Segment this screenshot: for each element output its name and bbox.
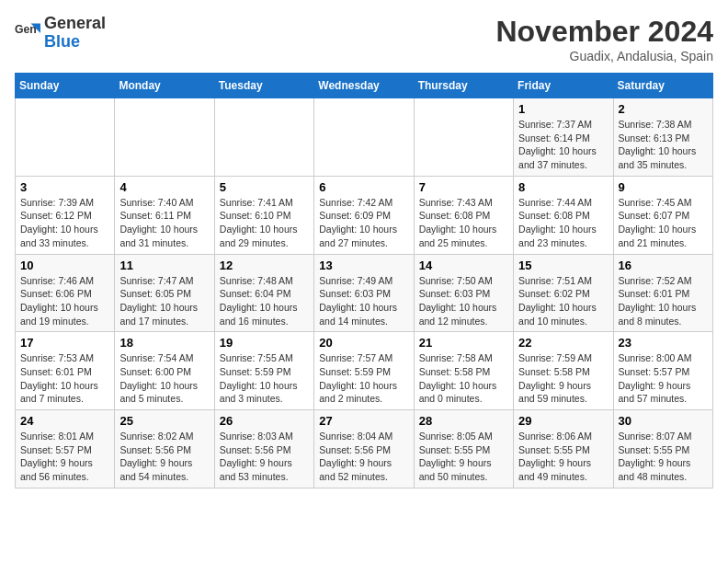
calendar-cell: 22Sunrise: 7:59 AM Sunset: 5:58 PM Dayli… (514, 332, 613, 410)
logo: Gen General Blue (15, 15, 106, 52)
calendar-cell: 15Sunrise: 7:51 AM Sunset: 6:02 PM Dayli… (514, 254, 613, 332)
calendar-cell: 25Sunrise: 8:02 AM Sunset: 5:56 PM Dayli… (115, 410, 214, 488)
day-info: Sunrise: 7:45 AM Sunset: 6:07 PM Dayligh… (619, 196, 708, 250)
calendar-cell: 27Sunrise: 8:04 AM Sunset: 5:56 PM Dayli… (314, 410, 414, 488)
weekday-header: Sunday (16, 74, 115, 98)
day-info: Sunrise: 7:53 AM Sunset: 6:01 PM Dayligh… (20, 351, 109, 406)
calendar-cell: 20Sunrise: 7:57 AM Sunset: 5:59 PM Dayli… (314, 332, 414, 410)
calendar-cell (314, 98, 414, 177)
location: Guadix, Andalusia, Spain (495, 49, 713, 63)
title-block: November 2024 Guadix, Andalusia, Spain (495, 15, 713, 63)
day-number: 11 (119, 259, 209, 272)
day-number: 19 (220, 336, 309, 350)
day-number: 8 (518, 180, 608, 194)
day-info: Sunrise: 7:37 AM Sunset: 6:14 PM Dayligh… (518, 118, 608, 172)
day-number: 9 (619, 180, 708, 194)
calendar-week-row: 1Sunrise: 7:37 AM Sunset: 6:14 PM Daylig… (16, 98, 713, 177)
calendar-cell: 1Sunrise: 7:37 AM Sunset: 6:14 PM Daylig… (514, 98, 613, 177)
calendar-cell: 6Sunrise: 7:42 AM Sunset: 6:09 PM Daylig… (314, 176, 414, 254)
calendar-cell (16, 98, 115, 177)
weekday-header-row: SundayMondayTuesdayWednesdayThursdayFrid… (16, 74, 713, 98)
day-info: Sunrise: 8:04 AM Sunset: 5:56 PM Dayligh… (319, 430, 408, 484)
calendar-week-row: 3Sunrise: 7:39 AM Sunset: 6:12 PM Daylig… (16, 176, 713, 254)
day-number: 6 (319, 180, 408, 194)
day-number: 7 (419, 180, 508, 194)
day-number: 20 (319, 336, 408, 350)
calendar-cell: 26Sunrise: 8:03 AM Sunset: 5:56 PM Dayli… (214, 410, 313, 488)
day-number: 30 (619, 414, 708, 428)
day-info: Sunrise: 7:44 AM Sunset: 6:08 PM Dayligh… (518, 196, 608, 250)
day-info: Sunrise: 8:01 AM Sunset: 5:57 PM Dayligh… (20, 430, 109, 484)
day-number: 22 (518, 336, 608, 350)
day-number: 24 (20, 414, 109, 428)
day-info: Sunrise: 7:49 AM Sunset: 6:03 PM Dayligh… (319, 274, 408, 328)
day-info: Sunrise: 8:07 AM Sunset: 5:55 PM Dayligh… (619, 430, 708, 484)
day-info: Sunrise: 7:51 AM Sunset: 6:02 PM Dayligh… (518, 274, 608, 328)
calendar-cell: 5Sunrise: 7:41 AM Sunset: 6:10 PM Daylig… (214, 176, 313, 254)
weekday-header: Friday (514, 74, 613, 98)
day-info: Sunrise: 7:39 AM Sunset: 6:12 PM Dayligh… (20, 196, 109, 250)
calendar-cell: 16Sunrise: 7:52 AM Sunset: 6:01 PM Dayli… (613, 254, 712, 332)
calendar-cell: 13Sunrise: 7:49 AM Sunset: 6:03 PM Dayli… (314, 254, 414, 332)
calendar-cell: 2Sunrise: 7:38 AM Sunset: 6:13 PM Daylig… (613, 98, 712, 177)
logo-line2: Blue (44, 33, 106, 52)
calendar-cell: 17Sunrise: 7:53 AM Sunset: 6:01 PM Dayli… (16, 332, 115, 410)
day-info: Sunrise: 7:42 AM Sunset: 6:09 PM Dayligh… (319, 196, 408, 250)
calendar-cell (115, 98, 214, 177)
day-info: Sunrise: 7:40 AM Sunset: 6:11 PM Dayligh… (119, 196, 209, 250)
day-number: 10 (20, 259, 109, 272)
calendar-cell: 28Sunrise: 8:05 AM Sunset: 5:55 PM Dayli… (414, 410, 513, 488)
day-info: Sunrise: 8:05 AM Sunset: 5:55 PM Dayligh… (419, 430, 508, 484)
calendar-cell: 23Sunrise: 8:00 AM Sunset: 5:57 PM Dayli… (613, 332, 712, 410)
calendar-cell: 18Sunrise: 7:54 AM Sunset: 6:00 PM Dayli… (115, 332, 214, 410)
day-number: 16 (619, 259, 708, 272)
logo-icon: Gen (15, 20, 40, 46)
calendar-cell: 29Sunrise: 8:06 AM Sunset: 5:55 PM Dayli… (514, 410, 613, 488)
day-number: 23 (619, 336, 708, 350)
calendar-cell: 8Sunrise: 7:44 AM Sunset: 6:08 PM Daylig… (514, 176, 613, 254)
calendar-week-row: 10Sunrise: 7:46 AM Sunset: 6:06 PM Dayli… (16, 254, 713, 332)
day-number: 26 (220, 414, 309, 428)
weekday-header: Thursday (414, 74, 513, 98)
calendar-week-row: 17Sunrise: 7:53 AM Sunset: 6:01 PM Dayli… (16, 332, 713, 410)
day-info: Sunrise: 7:55 AM Sunset: 5:59 PM Dayligh… (220, 351, 309, 406)
day-info: Sunrise: 8:00 AM Sunset: 5:57 PM Dayligh… (619, 351, 708, 406)
calendar-cell: 12Sunrise: 7:48 AM Sunset: 6:04 PM Dayli… (214, 254, 313, 332)
day-info: Sunrise: 8:02 AM Sunset: 5:56 PM Dayligh… (119, 430, 209, 484)
calendar-cell (214, 98, 313, 177)
calendar-cell: 9Sunrise: 7:45 AM Sunset: 6:07 PM Daylig… (613, 176, 712, 254)
day-number: 27 (319, 414, 408, 428)
day-info: Sunrise: 7:46 AM Sunset: 6:06 PM Dayligh… (20, 274, 109, 328)
day-number: 17 (20, 336, 109, 350)
day-number: 18 (119, 336, 209, 350)
weekday-header: Wednesday (314, 74, 414, 98)
day-number: 3 (20, 180, 109, 194)
logo-line1: General (44, 15, 106, 33)
calendar-cell: 4Sunrise: 7:40 AM Sunset: 6:11 PM Daylig… (115, 176, 214, 254)
day-info: Sunrise: 7:57 AM Sunset: 5:59 PM Dayligh… (319, 351, 408, 406)
calendar-cell: 11Sunrise: 7:47 AM Sunset: 6:05 PM Dayli… (115, 254, 214, 332)
day-info: Sunrise: 7:38 AM Sunset: 6:13 PM Dayligh… (619, 118, 708, 172)
day-number: 12 (220, 259, 309, 272)
day-info: Sunrise: 7:54 AM Sunset: 6:00 PM Dayligh… (119, 351, 209, 406)
day-info: Sunrise: 7:59 AM Sunset: 5:58 PM Dayligh… (518, 351, 608, 406)
day-number: 1 (518, 102, 608, 116)
day-info: Sunrise: 7:50 AM Sunset: 6:03 PM Dayligh… (419, 274, 508, 328)
day-info: Sunrise: 8:06 AM Sunset: 5:55 PM Dayligh… (518, 430, 608, 484)
day-number: 5 (220, 180, 309, 194)
weekday-header: Saturday (613, 74, 712, 98)
day-number: 4 (119, 180, 209, 194)
day-info: Sunrise: 7:58 AM Sunset: 5:58 PM Dayligh… (419, 351, 508, 406)
day-info: Sunrise: 7:41 AM Sunset: 6:10 PM Dayligh… (220, 196, 309, 250)
calendar-cell: 30Sunrise: 8:07 AM Sunset: 5:55 PM Dayli… (613, 410, 712, 488)
calendar-cell: 3Sunrise: 7:39 AM Sunset: 6:12 PM Daylig… (16, 176, 115, 254)
day-number: 15 (518, 259, 608, 272)
weekday-header: Monday (115, 74, 214, 98)
day-info: Sunrise: 7:48 AM Sunset: 6:04 PM Dayligh… (220, 274, 309, 328)
day-info: Sunrise: 7:52 AM Sunset: 6:01 PM Dayligh… (619, 274, 708, 328)
day-number: 13 (319, 259, 408, 272)
calendar-cell: 10Sunrise: 7:46 AM Sunset: 6:06 PM Dayli… (16, 254, 115, 332)
month-title: November 2024 (495, 15, 713, 49)
calendar-week-row: 24Sunrise: 8:01 AM Sunset: 5:57 PM Dayli… (16, 410, 713, 488)
day-number: 2 (619, 102, 708, 116)
